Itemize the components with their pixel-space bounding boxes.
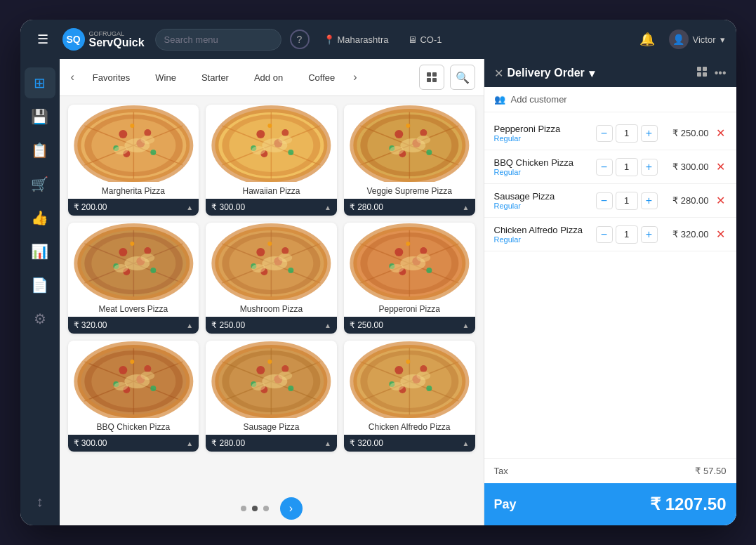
order-more-button[interactable]: ••• [715, 67, 727, 79]
svg-point-84 [267, 242, 272, 246]
hamburger-button[interactable]: ☰ [32, 29, 54, 50]
pizza-card-5[interactable]: Pepperoni Pizza ₹ 250.00 ▲ [344, 223, 475, 334]
pizza-expand-icon-6[interactable]: ▲ [186, 440, 193, 447]
pizza-card-0[interactable]: Margherita Pizza ₹ 200.00 ▲ [68, 105, 199, 216]
qty-display-2: 1 [616, 192, 638, 210]
pizza-expand-icon-5[interactable]: ▲ [463, 322, 470, 329]
svg-point-118 [130, 360, 134, 364]
qty-increase-0[interactable]: + [641, 125, 658, 142]
bell-icon[interactable]: 🔔 [639, 32, 655, 47]
pizza-card-2[interactable]: Veggie Supreme Pizza ₹ 280.00 ▲ [344, 105, 475, 216]
pizza-card-3[interactable]: Meat Lovers Pizza ₹ 320.00 ▲ [68, 223, 199, 334]
logo-icon: SQ [62, 28, 85, 51]
sidebar-item-save[interactable]: 💾 [25, 101, 55, 132]
pizza-image-1 [206, 105, 337, 182]
pizza-price-bar-7: ₹ 280.00 ▲ [206, 435, 337, 452]
category-next-button[interactable]: › [350, 68, 359, 86]
svg-rect-1 [432, 72, 437, 77]
pizza-price-2: ₹ 280.00 [350, 202, 383, 212]
pizza-grid: Margherita Pizza ₹ 200.00 ▲ [60, 96, 484, 492]
order-item-price-3: ₹ 320.00 [663, 229, 709, 239]
pizza-card-6[interactable]: BBQ Chicken Pizza ₹ 300.00 ▲ [68, 341, 199, 452]
pagination-bar: › [60, 492, 484, 525]
order-close-button[interactable]: ✕ [494, 67, 503, 80]
pizza-image-2 [344, 105, 475, 182]
svg-point-16 [130, 124, 134, 128]
sidebar-item-orders[interactable]: 📋 [25, 135, 55, 166]
order-grid-icon [696, 66, 708, 77]
qty-decrease-1[interactable]: − [596, 159, 613, 176]
tab-favorites[interactable]: Favorites [83, 68, 140, 87]
qty-decrease-3[interactable]: − [596, 226, 613, 243]
qty-display-3: 1 [616, 225, 638, 244]
page-dot-3[interactable] [263, 506, 269, 511]
page-dot-2[interactable] [252, 506, 258, 511]
pizza-card-4[interactable]: Mushroom Pizza ₹ 250.00 ▲ [206, 223, 337, 334]
remove-item-3-button[interactable]: ✕ [715, 228, 727, 241]
pizza-name-3: Meat Lovers Pizza [68, 300, 199, 317]
qty-decrease-0[interactable]: − [596, 125, 613, 142]
sidebar-item-cart[interactable]: 🛒 [25, 169, 55, 199]
search-input[interactable] [155, 29, 281, 51]
tab-wine[interactable]: Wine [145, 68, 186, 87]
category-prev-button[interactable]: ‹ [68, 68, 77, 86]
svg-rect-2 [427, 78, 431, 82]
order-item-name-0: Pepperoni Pizza [494, 124, 590, 134]
sidebar-item-home[interactable]: ⊞ [25, 67, 55, 98]
pizza-expand-icon-4[interactable]: ▲ [324, 322, 331, 329]
co-icon: 🖥 [408, 34, 417, 45]
remove-item-0-button[interactable]: ✕ [715, 126, 727, 140]
svg-point-135 [267, 360, 272, 364]
svg-point-81 [281, 247, 289, 254]
svg-rect-0 [427, 72, 431, 77]
sidebar-item-documents[interactable]: 📄 [25, 270, 55, 301]
sidebar-item-settings[interactable]: ⚙ [25, 303, 55, 334]
svg-point-100 [426, 268, 432, 273]
tab-coffee[interactable]: Coffee [298, 68, 345, 87]
pizza-expand-icon-8[interactable]: ▲ [463, 440, 470, 447]
qty-increase-2[interactable]: + [641, 192, 658, 209]
pizza-expand-icon-1[interactable]: ▲ [324, 204, 331, 211]
tax-row: Tax ₹ 57.50 [484, 459, 736, 483]
user-menu[interactable]: 👤 Victor ▾ [669, 29, 725, 49]
order-header-actions: ••• [696, 66, 727, 80]
sidebar-item-reports[interactable]: 📊 [25, 236, 55, 267]
qty-display-0: 1 [616, 124, 638, 143]
pizza-expand-icon-7[interactable]: ▲ [324, 440, 331, 447]
add-customer-bar[interactable]: 👥 Add customer [484, 87, 736, 112]
pay-button[interactable]: Pay ₹ 1207.50 [484, 483, 736, 525]
sidebar-item-favorites[interactable]: 👍 [25, 202, 55, 233]
svg-point-83 [288, 268, 293, 273]
qty-increase-1[interactable]: + [641, 159, 658, 176]
pizza-price-bar-8: ₹ 320.00 ▲ [344, 435, 475, 452]
help-icon[interactable]: ? [290, 29, 310, 49]
pizza-card-8[interactable]: Chicken Alfredo Pizza ₹ 320.00 ▲ [344, 341, 475, 452]
pizza-svg-6 [68, 341, 199, 418]
remove-item-1-button[interactable]: ✕ [715, 160, 727, 173]
svg-point-69 [114, 264, 128, 272]
pizza-price-bar-4: ₹ 250.00 ▲ [206, 317, 337, 334]
qty-increase-3[interactable]: + [641, 226, 658, 243]
pizza-expand-icon-0[interactable]: ▲ [186, 204, 193, 211]
pizza-price-8: ₹ 320.00 [350, 438, 383, 448]
sidebar-item-adjustments[interactable]: ↕ [25, 486, 55, 517]
grid-view-button[interactable] [419, 65, 444, 90]
next-page-button[interactable]: › [280, 497, 303, 520]
pizza-expand-icon-2[interactable]: ▲ [463, 204, 470, 211]
pizza-card-7[interactable]: Sausage Pizza ₹ 280.00 ▲ [206, 341, 337, 452]
location-area: 📍 Maharashtra [324, 34, 389, 45]
pizza-image-0 [68, 105, 199, 182]
svg-point-104 [416, 254, 430, 262]
tab-starter[interactable]: Starter [192, 68, 239, 87]
qty-decrease-2[interactable]: − [596, 192, 613, 209]
tab-addon[interactable]: Add on [244, 68, 293, 87]
page-dot-1[interactable] [241, 506, 246, 511]
pizza-card-1[interactable]: Hawaiian Pizza ₹ 300.00 ▲ [206, 105, 337, 216]
svg-point-66 [150, 268, 156, 273]
svg-point-36 [278, 136, 292, 144]
pizza-svg-0 [68, 105, 199, 182]
order-grid-button[interactable] [696, 66, 708, 80]
pizza-expand-icon-3[interactable]: ▲ [186, 322, 193, 329]
remove-item-2-button[interactable]: ✕ [715, 194, 727, 207]
search-icon-button[interactable]: 🔍 [450, 65, 475, 90]
